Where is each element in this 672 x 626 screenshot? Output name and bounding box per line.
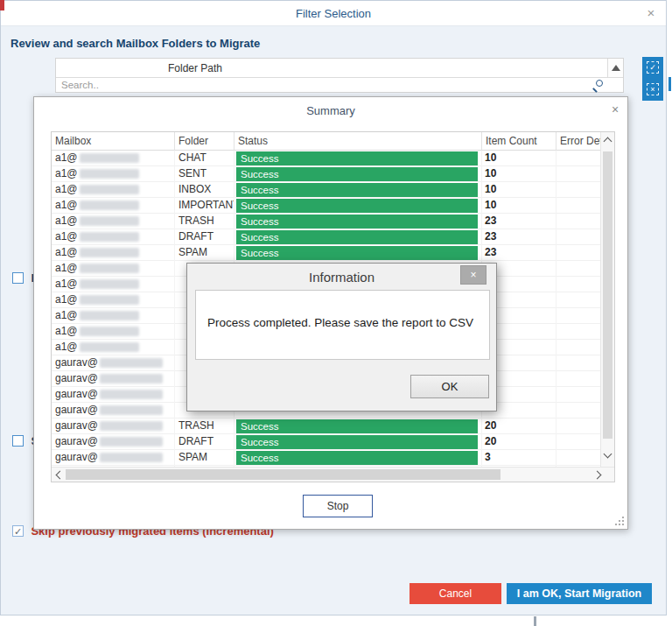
- select-all-icon: ✓: [647, 61, 659, 74]
- cell-error-details: [556, 245, 600, 261]
- summary-title: Summary: [34, 104, 627, 117]
- cell-folder: DRAFT: [175, 229, 234, 245]
- redacted-mailbox-blur: [80, 342, 139, 352]
- information-content: Process completed. Please save the repor…: [195, 290, 490, 360]
- horizontal-scrollbar-thumb[interactable]: [66, 469, 500, 480]
- option-1-checkbox[interactable]: [12, 272, 24, 284]
- cell-mailbox: a1@: [52, 277, 175, 292]
- cell-mailbox: a1@: [52, 292, 175, 308]
- scroll-right-icon[interactable]: [593, 471, 602, 480]
- horizontal-scrollbar[interactable]: [52, 467, 614, 482]
- redacted-mailbox-blur: [80, 169, 139, 179]
- cell-mailbox: gaurav@: [52, 355, 175, 371]
- cell-status: Success: [234, 419, 482, 434]
- status-badge: Success: [236, 246, 478, 260]
- cell-status: Success: [234, 245, 482, 261]
- cell-item-count: 23: [482, 245, 556, 261]
- redacted-mailbox-blur: [80, 200, 139, 210]
- table-row[interactable]: a1@IMPORTANTSuccess10: [52, 198, 600, 214]
- close-icon[interactable]: ×: [460, 265, 486, 285]
- vertical-scrollbar-thumb[interactable]: [603, 151, 612, 439]
- close-icon[interactable]: ×: [643, 5, 659, 21]
- table-row[interactable]: a1@TRASHSuccess23: [52, 214, 600, 229]
- table-row[interactable]: gaurav@SPAMSuccess3: [52, 450, 600, 466]
- start-migration-button[interactable]: I am OK, Start Migration: [507, 583, 652, 604]
- column-header-item-count[interactable]: Item Count: [482, 132, 556, 151]
- close-icon[interactable]: ×: [608, 102, 622, 116]
- cell-mailbox: a1@: [52, 151, 175, 166]
- ok-button[interactable]: OK: [410, 375, 489, 398]
- select-all-button[interactable]: ✓: [642, 57, 663, 79]
- resize-grip[interactable]: [614, 516, 624, 525]
- table-row[interactable]: gaurav@DRAFTSuccess20: [52, 434, 600, 450]
- deselect-all-icon: ×: [647, 83, 659, 95]
- column-header-folder[interactable]: Folder: [175, 132, 234, 151]
- table-row[interactable]: a1@DRAFTSuccess23: [52, 229, 600, 245]
- cell-error-details: [556, 214, 600, 229]
- cell-error-details: [556, 450, 600, 466]
- cell-mailbox: gaurav@: [52, 403, 175, 419]
- table-row[interactable]: gaurav@TRASHSuccess20: [52, 419, 600, 434]
- page-title: Review and search Mailbox Folders to Mig…: [10, 37, 260, 50]
- redacted-mailbox-blur: [80, 327, 139, 336]
- cell-item-count: 23: [482, 229, 556, 245]
- cell-status: Success: [234, 450, 482, 466]
- cell-status: Success: [234, 198, 482, 214]
- table-row[interactable]: a1@SENTSuccess10: [52, 166, 600, 182]
- option-2-checkbox[interactable]: [12, 435, 24, 447]
- status-badge: Success: [236, 215, 478, 229]
- column-header-status[interactable]: Status: [234, 132, 482, 151]
- cell-item-count: 23: [482, 214, 556, 229]
- cell-folder: SPAM: [175, 450, 234, 466]
- table-row[interactable]: a1@CHATSuccess10: [52, 151, 600, 166]
- redacted-mailbox-blur: [100, 390, 163, 399]
- information-message: Process completed. Please save the repor…: [207, 316, 473, 329]
- column-header-mailbox[interactable]: Mailbox: [52, 132, 175, 151]
- cell-item-count: 10: [482, 151, 556, 166]
- cell-folder: CHAT: [175, 151, 234, 166]
- status-badge: Success: [236, 435, 478, 449]
- folder-path-column-header[interactable]: Folder Path: [56, 59, 623, 78]
- cell-folder: TRASH: [175, 214, 234, 229]
- cell-mailbox: a1@: [52, 198, 175, 214]
- stop-button[interactable]: Stop: [303, 495, 373, 517]
- cell-error-details: [556, 261, 600, 277]
- table-row[interactable]: a1@INBOXSuccess10: [52, 182, 600, 198]
- redacted-mailbox-blur: [80, 216, 139, 226]
- cell-item-count: 20: [482, 434, 556, 450]
- cell-mailbox: a1@: [52, 245, 175, 261]
- redacted-mailbox-blur: [80, 232, 139, 242]
- cell-folder: TRASH: [175, 419, 234, 434]
- cell-item-count: 10: [482, 166, 556, 182]
- cell-mailbox: a1@: [52, 214, 175, 229]
- option-3-checkbox[interactable]: ✓: [12, 525, 24, 537]
- redacted-mailbox-blur: [80, 153, 139, 163]
- cell-mailbox: a1@: [52, 182, 175, 198]
- table-row[interactable]: a1@SPAMSuccess23: [52, 245, 600, 261]
- redacted-mailbox-blur: [100, 453, 163, 462]
- filter-selection-title: Filter Selection: [1, 7, 666, 20]
- cell-mailbox: gaurav@: [52, 419, 175, 434]
- vertical-scrollbar[interactable]: [600, 132, 614, 467]
- cell-mailbox: gaurav@: [52, 387, 175, 403]
- window-edge-tick: [534, 616, 536, 626]
- cell-error-details: [556, 277, 600, 292]
- scroll-down-icon[interactable]: [604, 450, 612, 459]
- column-header-error-details[interactable]: Error Details: [556, 132, 600, 151]
- status-badge: Success: [236, 419, 478, 433]
- status-badge: Success: [236, 167, 478, 181]
- redacted-mailbox-blur: [100, 421, 163, 431]
- scroll-up-icon[interactable]: [604, 137, 612, 146]
- scroll-up-button[interactable]: [607, 59, 623, 77]
- cell-status: Success: [234, 434, 482, 450]
- cell-error-details: [556, 419, 600, 434]
- scroll-left-icon[interactable]: [56, 471, 65, 480]
- cancel-button[interactable]: Cancel: [410, 583, 501, 604]
- status-badge: Success: [236, 451, 478, 465]
- deselect-all-button[interactable]: ×: [642, 79, 663, 101]
- status-badge: Success: [236, 230, 478, 244]
- redacted-mailbox-blur: [100, 374, 163, 383]
- search-input[interactable]: [56, 78, 623, 92]
- search-icon: [592, 79, 604, 91]
- cell-error-details: [556, 403, 600, 419]
